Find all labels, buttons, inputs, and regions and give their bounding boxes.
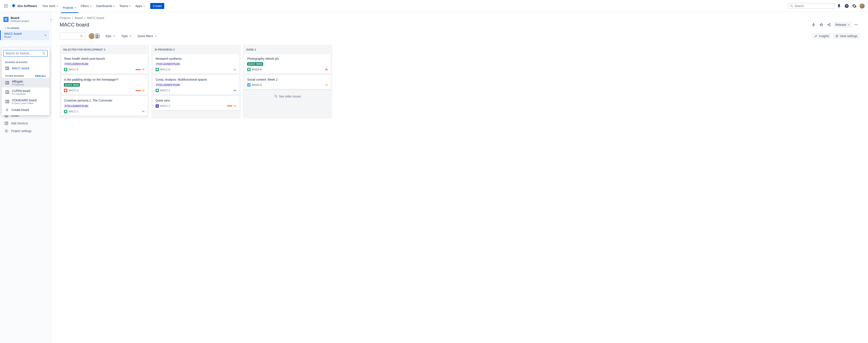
sprint-dots — [227, 105, 232, 107]
svg-line-10 — [792, 6, 793, 7]
view-settings-button[interactable]: View settings — [833, 33, 860, 39]
chevron-down-icon — [113, 5, 115, 7]
collapse-sidebar-button[interactable] — [49, 17, 54, 22]
svg-point-45 — [857, 24, 858, 25]
board-selector-name: MACC board — [4, 32, 22, 35]
quick-filters[interactable]: Quick filters — [137, 33, 158, 39]
share-icon[interactable] — [826, 21, 832, 28]
card-title: Quick wins — [156, 98, 237, 103]
card-title: Research synthesis — [156, 57, 237, 61]
view-all-link[interactable]: VIEW ALL — [35, 75, 46, 77]
more-icon[interactable] — [852, 21, 860, 28]
svg-point-52 — [836, 35, 837, 36]
svg-rect-19 — [6, 67, 9, 69]
global-search[interactable] — [788, 3, 835, 9]
global-search-input[interactable] — [794, 4, 833, 8]
nav-item-your-work[interactable]: Your work — [40, 2, 60, 9]
board-icon — [5, 90, 9, 94]
bug-icon — [64, 89, 67, 92]
priority-high-icon — [142, 68, 145, 71]
breadcrumb-item[interactable]: Projects — [60, 16, 70, 20]
release-button[interactable]: Release — [833, 22, 852, 28]
nav-item-apps[interactable]: Apps — [133, 2, 147, 9]
board-search-box[interactable] — [60, 32, 85, 40]
chevron-down-icon — [129, 5, 131, 7]
svg-rect-25 — [6, 91, 9, 93]
board-column: SELECTED FOR DEVELOPMENT3 Team health ch… — [60, 45, 149, 118]
issue-card[interactable]: Customer persona 1: The Commuter FY23 LA… — [61, 96, 148, 116]
product-logo[interactable]: Jira Software — [10, 3, 38, 8]
priority-highest-icon — [325, 68, 328, 71]
popover-board-item[interactable]: CUPPA boardin Long black — [2, 87, 50, 97]
nav-item-filters[interactable]: Filters — [79, 2, 94, 9]
help-icon[interactable]: ? — [843, 3, 850, 9]
sidebar-item-project-settings[interactable]: Project settings — [2, 127, 49, 135]
create-board-button[interactable]: Create board — [2, 106, 50, 113]
board-search-field[interactable] — [3, 50, 48, 57]
epic-icon — [156, 104, 159, 108]
issue-card[interactable]: Research synthesis FY23 LAUNCH PLAN MACC… — [153, 54, 239, 74]
sidebar-item-add-shortcut[interactable]: Add shortcut — [2, 119, 49, 127]
create-button[interactable]: Create — [150, 3, 164, 9]
issue-card[interactable]: Photography refresh pls QUICK WINS MACC-… — [245, 54, 331, 74]
label-lozenge: QUICK WINS — [247, 62, 263, 66]
svg-point-17 — [43, 52, 45, 54]
nav-items: Your workProjectsFiltersDashboardsTeamsA… — [40, 2, 147, 9]
task-icon — [247, 83, 251, 87]
board-search-input[interactable] — [5, 52, 42, 55]
card-title: Team health check post-launch — [64, 57, 145, 61]
chevron-down-icon — [847, 24, 850, 26]
svg-point-43 — [855, 24, 855, 25]
issue-card[interactable]: Comp. Analysis: Multifunctional spaces F… — [153, 75, 239, 95]
shortcut-icon — [4, 121, 8, 125]
priority-medium-icon — [142, 89, 145, 92]
sliders-icon — [835, 34, 839, 38]
svg-point-57 — [65, 90, 66, 91]
issue-card[interactable]: Is the padding dodgy on the homepage?! Q… — [61, 75, 148, 95]
board-column: IN PROGRESS3 Research synthesis FY23 LAU… — [151, 45, 241, 118]
card-title: Social content: Week 2 — [247, 78, 328, 82]
priority-medium-icon — [233, 68, 237, 71]
story-icon — [247, 68, 251, 71]
user-avatar[interactable] — [859, 3, 865, 9]
sidebar-group-planning[interactable]: PLANNING — [2, 25, 49, 30]
board-search-input[interactable] — [62, 34, 80, 38]
star-icon[interactable] — [818, 21, 825, 28]
epic-filter[interactable]: Epic — [105, 33, 116, 39]
unassigned-avatar[interactable] — [94, 33, 100, 39]
svg-point-46 — [81, 35, 82, 37]
nav-item-dashboards[interactable]: Dashboards — [94, 2, 117, 9]
story-icon — [64, 68, 67, 71]
breadcrumb-item[interactable]: MACC board — [87, 16, 104, 20]
project-type: Software project — [11, 20, 29, 23]
assignee-filter[interactable] — [90, 33, 100, 39]
type-filter[interactable]: Type — [120, 33, 132, 39]
breadcrumb-item[interactable]: Board — [74, 16, 83, 20]
issue-card[interactable]: Team health check post-launch FY23 LAUNC… — [61, 54, 148, 74]
insights-button[interactable]: Insights — [812, 33, 831, 39]
svg-rect-22 — [6, 81, 9, 84]
board-column: DONE2 Photography refresh pls QUICK WINS… — [243, 45, 332, 118]
svg-point-5 — [7, 5, 7, 6]
svg-rect-69 — [247, 83, 251, 87]
settings-icon[interactable] — [851, 3, 858, 9]
issue-key: MACC-2 — [160, 89, 170, 92]
popover-board-item[interactable]: Affogatoin Espresso — [2, 78, 50, 87]
svg-point-6 — [4, 7, 5, 7]
notifications-icon[interactable] — [836, 3, 842, 9]
board-picker-popover: BOARDS IN BOARD MACC board OTHER BOARDS … — [2, 48, 50, 115]
automation-icon[interactable] — [810, 21, 817, 28]
nav-item-teams[interactable]: Teams — [118, 2, 133, 9]
sprint-dots — [136, 90, 141, 91]
sidebar-board-selector[interactable]: MACC board Board — [0, 30, 49, 40]
issue-card[interactable]: Quick wins MACC-7 — [153, 96, 239, 110]
priority-medium-icon — [325, 83, 328, 87]
label-lozenge: FY23 LAUNCH PLAN — [156, 62, 181, 66]
popover-board-item[interactable]: MACC board — [2, 64, 50, 72]
issue-card[interactable]: Social content: Week 2 MACC-3 — [245, 75, 331, 89]
popover-board-item[interactable]: STANDARD boardin Drury Lane Coffee — [2, 97, 50, 106]
see-older-issues[interactable]: See older issues — [245, 90, 331, 103]
nav-item-projects[interactable]: Projects — [61, 2, 78, 13]
issue-key: MACC-3 — [252, 83, 261, 86]
app-switcher-icon[interactable] — [3, 3, 9, 9]
